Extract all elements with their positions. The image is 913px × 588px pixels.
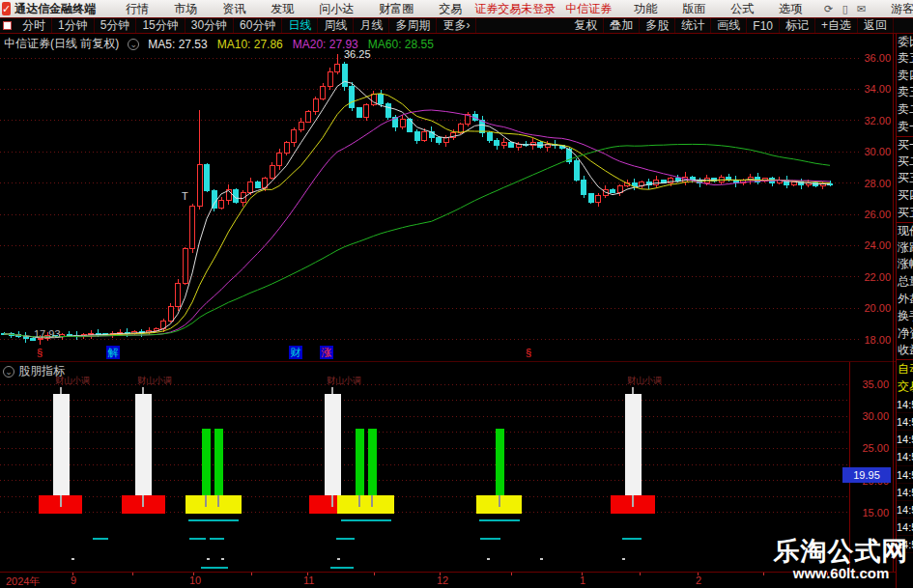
sidebar-row-12[interactable]: 涨跌 <box>897 239 913 257</box>
sidebar-row-9[interactable]: 买四 <box>897 187 913 205</box>
sidebar-row-11[interactable]: 现价 <box>897 222 913 239</box>
sidebar-auto-0[interactable]: 自动 <box>897 359 913 378</box>
sidebar-row-0[interactable]: 委比 <box>897 33 913 50</box>
date-tick <box>763 573 764 575</box>
candle-body <box>328 72 332 87</box>
date-label-3: 11 <box>303 574 314 586</box>
menubar-right-item-2[interactable]: 公式 <box>718 1 766 17</box>
event-marker-3[interactable]: 涨 <box>320 346 333 359</box>
action-button-1[interactable]: 叠加 <box>604 18 640 33</box>
watermark: 乐淘公式网 www.60lt.com <box>769 537 913 581</box>
sidebar-auto-1[interactable]: 交易 <box>897 378 913 396</box>
app-logo-icon[interactable]: ✓ <box>2 2 11 15</box>
action-button-7[interactable]: +自选 <box>815 18 858 33</box>
event-marker-2[interactable]: 财 <box>289 346 302 359</box>
period-tab-3[interactable]: 15分钟 <box>136 18 185 33</box>
login-status[interactable]: 证券交易未登录 <box>474 1 556 17</box>
refresh-icon[interactable]: ⟳ <box>820 3 837 15</box>
sidebar-row-17[interactable]: 净资 <box>897 325 913 343</box>
sidebar-row-13[interactable]: 涨幅 <box>897 256 913 273</box>
action-button-6[interactable]: 标记 <box>780 18 815 33</box>
menu-right-items: 功能版面公式选项 <box>621 1 814 17</box>
candle-body <box>617 186 622 193</box>
period-tab-9[interactable]: 多周期 <box>389 18 437 33</box>
period-tab-4[interactable]: 30分钟 <box>185 18 234 33</box>
sidebar-row-18[interactable]: 收益 <box>897 342 913 359</box>
candle-body <box>321 86 326 98</box>
current-stock-label[interactable]: 中信证券 <box>565 1 612 17</box>
candle-body <box>284 143 289 154</box>
menubar-item-2[interactable]: 资讯 <box>210 1 258 17</box>
indicator-name[interactable]: 股朋指标 <box>18 363 65 379</box>
sidebar-row-16[interactable]: 换手 <box>897 308 913 325</box>
sidebar-row-1[interactable]: 卖五 <box>897 50 913 68</box>
app-title: 通达信金融终端 <box>14 1 96 17</box>
indicator-panel[interactable]: ⌄ 股朋指标 19.95 35.0030.0025.0020.0015.00财山… <box>0 361 896 572</box>
action-button-8[interactable]: 返回 <box>858 18 894 33</box>
chevron-down-icon[interactable]: ⌄ <box>128 39 139 50</box>
candle-body <box>422 131 427 141</box>
period-tab-1[interactable]: 1分钟 <box>52 18 95 33</box>
sidebar-row-8[interactable]: 买三 <box>897 170 913 187</box>
period-tab-6[interactable]: 日线 <box>282 18 318 33</box>
minor-dash <box>93 538 108 540</box>
action-button-4[interactable]: 画线 <box>711 18 747 33</box>
candle-body <box>190 207 195 249</box>
signal-yellow-base <box>185 495 242 514</box>
menubar-right-item-3[interactable]: 选项 <box>766 1 814 17</box>
tdx-terminal-window: ✓ 通达信金融终端 行情市场资讯发现问小达财富圈交易 证券交易未登录 中信证券 … <box>0 0 913 588</box>
action-button-3[interactable]: 统计 <box>675 18 711 33</box>
period-tab-5[interactable]: 60分钟 <box>234 18 282 33</box>
menubar-item-4[interactable]: 问小达 <box>306 1 366 17</box>
candle-body <box>385 103 390 118</box>
sidebar-row-14[interactable]: 总量 <box>897 273 913 291</box>
sidebar-row-6[interactable]: 买一 <box>897 136 913 154</box>
action-button-2[interactable]: 多股 <box>640 18 675 33</box>
candle-body <box>414 131 419 141</box>
chart-title[interactable]: 中信证券(日线 前复权) <box>4 36 119 52</box>
collapse-chevron-icon[interactable]: ⌄ <box>3 366 14 378</box>
ma-values: MA5: 27.53MA10: 27.86MA20: 27.93MA60: 28… <box>148 38 434 51</box>
action-button-0[interactable]: 复权 <box>568 18 604 33</box>
sidebar-row-10[interactable]: 买五 <box>897 205 913 222</box>
menubar-right-item-0[interactable]: 功能 <box>621 1 670 17</box>
sidebar-row-4[interactable]: 卖二 <box>897 101 913 119</box>
sidebar-row-2[interactable]: 卖四 <box>897 68 913 85</box>
price-axis-label: 32.00 <box>858 115 891 126</box>
menubar-item-6[interactable]: 交易 <box>426 1 474 17</box>
candle-body <box>292 130 297 143</box>
period-tab-8[interactable]: 月线 <box>354 18 389 33</box>
menubar-right-item-1[interactable]: 版面 <box>670 1 718 17</box>
sidebar-row-7[interactable]: 买二 <box>897 154 913 171</box>
period-tab-7[interactable]: 周线 <box>318 18 354 33</box>
action-button-5[interactable]: F10 <box>747 18 780 33</box>
mobile-icon[interactable]: ▯ <box>837 3 853 15</box>
mail-icon[interactable]: ✉ <box>853 3 870 15</box>
menubar-item-1[interactable]: 市场 <box>161 1 210 17</box>
period-tab-10[interactable]: 更多› <box>437 18 476 33</box>
menubar-item-5[interactable]: 财富圈 <box>366 1 426 17</box>
period-tab-0[interactable]: 分时 <box>16 18 52 33</box>
event-marker-0[interactable]: § <box>33 346 46 359</box>
menubar-item-0[interactable]: 行情 <box>113 1 161 17</box>
event-marker-4[interactable]: § <box>522 346 535 359</box>
date-label-6: 2 <box>696 574 701 586</box>
ma-value-0: MA5: 27.53 <box>148 38 207 51</box>
menubar-item-3[interactable]: 发现 <box>258 1 306 17</box>
main-candlestick-chart[interactable]: 中信证券(日线 前复权) ⌄ MA5: 27.53MA10: 27.86MA20… <box>0 34 896 361</box>
candle-body <box>574 161 579 180</box>
sidebar-row-5[interactable]: 卖一 <box>897 119 913 136</box>
sidebar-row-3[interactable]: 卖三 <box>897 84 913 101</box>
minor-speck <box>71 558 74 560</box>
user-label[interactable]: 游客 <box>891 1 913 17</box>
layout-icon[interactable] <box>3 21 12 30</box>
date-tick <box>193 573 194 575</box>
sidebar-row-15[interactable]: 外盘 <box>897 291 913 308</box>
watermark-site-name: 乐淘公式网 <box>769 537 913 566</box>
minor-dash <box>210 538 224 540</box>
candle-body <box>176 283 181 306</box>
signal-white-candle <box>625 394 642 495</box>
period-tab-2[interactable]: 5分钟 <box>95 18 137 33</box>
quote-sidebar: LR委比卖五卖四卖三卖二卖一买一买二买三买四买五现价涨跌涨幅总量外盘换手净资收益… <box>896 17 913 588</box>
event-marker-1[interactable]: 解 <box>106 346 120 359</box>
